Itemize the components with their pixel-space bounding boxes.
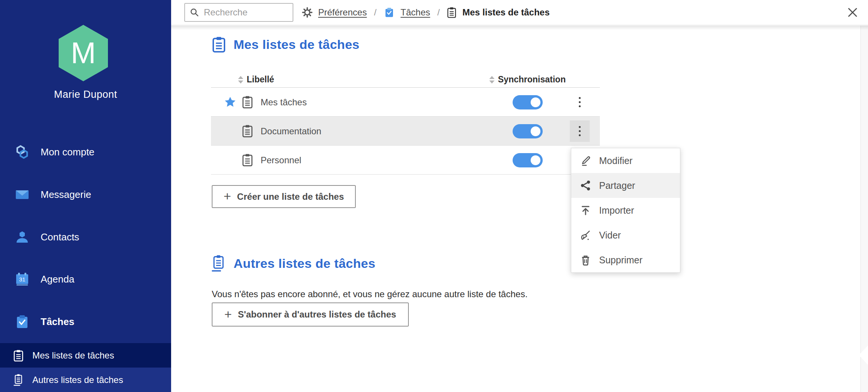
- sync-toggle[interactable]: [513, 124, 543, 138]
- table-header: Libellé Synchronisation: [211, 71, 600, 88]
- tasklist-icon: [242, 95, 253, 109]
- topbar: Préférences / Tâches / M: [171, 0, 868, 25]
- breadcrumb-separator: /: [372, 7, 378, 18]
- search-box: [184, 3, 293, 22]
- close-icon[interactable]: [846, 6, 859, 19]
- shared-tasklist-icon: [211, 254, 226, 272]
- page-title: Mes listes de tâches: [234, 37, 360, 52]
- row-menu-button[interactable]: [570, 120, 590, 142]
- search-input[interactable]: [204, 7, 279, 18]
- subscribe-label: S'abonner à d'autres listes de tâches: [238, 309, 396, 320]
- breadcrumb-separator: /: [436, 7, 442, 18]
- sync-toggle[interactable]: [513, 95, 543, 109]
- breadcrumb: Préférences / Tâches / M: [302, 0, 550, 25]
- avatar[interactable]: M: [59, 25, 108, 81]
- pencil-icon: [580, 155, 592, 167]
- trash-icon: [580, 254, 592, 266]
- menu-item-label: Modifier: [599, 155, 633, 166]
- section-my-lists-header: Mes listes de tâches: [212, 36, 360, 53]
- table-row-documentation[interactable]: Documentation: [211, 117, 600, 146]
- empty-state-text: Vous n'êtes pas encore abonné, et vous n…: [212, 289, 528, 299]
- menu-item-label: Supprimer: [599, 255, 642, 266]
- create-tasklist-label: Créer une liste de tâches: [237, 191, 344, 202]
- tasklist-icon: [242, 124, 253, 138]
- table-row-mes-taches[interactable]: Mes tâches: [211, 88, 600, 117]
- section-other-lists-header: Autres listes de tâches: [211, 254, 375, 272]
- shared-tasklist-icon: [13, 374, 24, 386]
- calendar-icon: 31: [14, 271, 30, 287]
- menu-item-label: Vider: [599, 230, 621, 241]
- menu-item-label: Importer: [599, 205, 634, 216]
- toggle-knob: [531, 97, 540, 107]
- tasklist-icon: [447, 7, 457, 18]
- search-icon: [190, 8, 199, 17]
- favorite-star-icon[interactable]: [224, 96, 236, 108]
- tasklist-name: Personnel: [261, 146, 301, 175]
- sidebar-item-label: Mon compte: [41, 146, 94, 158]
- sidebar-item-messagerie[interactable]: Messagerie: [0, 184, 171, 205]
- scrollbar[interactable]: [860, 26, 868, 392]
- column-header-libelle[interactable]: Libellé: [238, 71, 274, 88]
- sidebar-item-label: Contacts: [41, 231, 79, 243]
- sidebar-item-label: Messagerie: [41, 189, 91, 201]
- menu-item-label: Partager: [599, 180, 635, 191]
- column-label: Synchronisation: [498, 74, 566, 85]
- toggle-knob: [531, 155, 540, 165]
- tasklists-table: Libellé Synchronisation: [211, 71, 600, 175]
- mail-icon: [14, 187, 30, 202]
- plus-icon: +: [224, 190, 231, 202]
- broom-icon: [580, 229, 592, 241]
- sidebar-item-agenda[interactable]: 31 Agenda: [0, 268, 171, 290]
- tasklist-name: Documentation: [261, 117, 321, 146]
- sidebar-item-contacts[interactable]: Contacts: [0, 226, 171, 248]
- menu-item-vider[interactable]: Vider: [571, 223, 680, 248]
- avatar-initial: M: [71, 36, 96, 70]
- column-header-synchronisation[interactable]: Synchronisation: [489, 71, 566, 88]
- tasklist-icon: [242, 153, 253, 167]
- subscribe-button[interactable]: + S'abonner à d'autres listes de tâches: [212, 302, 409, 327]
- sync-toggle[interactable]: [513, 153, 543, 167]
- sidebar-item-label: Agenda: [41, 273, 74, 285]
- account-hexagons-icon: [14, 144, 30, 160]
- menu-item-importer[interactable]: Importer: [571, 198, 680, 223]
- sort-icon: [489, 76, 495, 84]
- menu-item-partager[interactable]: Partager: [571, 173, 680, 198]
- sidebar-item-label: Mes listes de tâches: [32, 350, 114, 361]
- breadcrumb-link-taches[interactable]: Tâches: [401, 7, 430, 18]
- preferences-page: M Marie Dupont Mon compte Messagerie: [0, 0, 868, 392]
- row-context-menu: Modifier Partager: [571, 148, 680, 273]
- create-tasklist-button[interactable]: + Créer une liste de tâches: [212, 185, 356, 208]
- section-title: Autres listes de tâches: [234, 256, 375, 271]
- sidebar-item-label: Autres listes de tâches: [32, 375, 123, 385]
- user-name: Marie Dupont: [0, 89, 171, 100]
- sidebar-item-mon-compte[interactable]: Mon compte: [0, 141, 171, 163]
- sidebar-item-taches[interactable]: Tâches: [0, 311, 171, 333]
- sidebar: M Marie Dupont Mon compte Messagerie: [0, 0, 171, 392]
- tasklist-icon: [212, 36, 226, 53]
- plus-icon: +: [225, 308, 232, 321]
- row-menu-button[interactable]: [570, 91, 590, 113]
- breadcrumb-link-preferences[interactable]: Préférences: [318, 7, 367, 18]
- main-content: Mes listes de tâches Libellé Synchronisa…: [171, 26, 860, 392]
- sort-icon: [238, 76, 243, 84]
- column-label: Libellé: [247, 74, 274, 85]
- tasks-clipboard-check-icon: [384, 6, 395, 18]
- breadcrumb-current: Mes listes de tâches: [462, 7, 549, 18]
- sidebar-item-autres-listes[interactable]: Autres listes de tâches: [0, 368, 171, 392]
- sidebar-item-mes-listes[interactable]: Mes listes de tâches: [0, 343, 171, 368]
- tasklist-name: Mes tâches: [261, 88, 307, 117]
- sidebar-item-label: Tâches: [41, 316, 74, 328]
- calendar-day-label: 31: [19, 276, 26, 283]
- toggle-knob: [531, 126, 540, 136]
- import-icon: [580, 204, 592, 216]
- active-item-notch: [859, 345, 868, 365]
- gear-icon: [302, 7, 313, 18]
- table-row-personnel[interactable]: Personnel: [211, 146, 600, 175]
- menu-item-modifier[interactable]: Modifier: [571, 148, 680, 173]
- menu-item-supprimer[interactable]: Supprimer: [571, 248, 680, 272]
- person-icon: [14, 229, 30, 245]
- share-icon: [580, 179, 592, 191]
- tasklist-icon: [13, 349, 24, 362]
- tasks-clipboard-check-icon: [14, 314, 30, 330]
